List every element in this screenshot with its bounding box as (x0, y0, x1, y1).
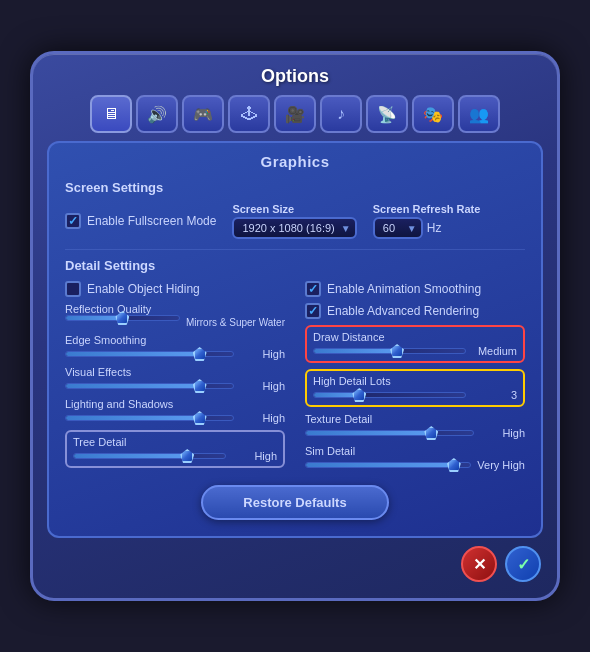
edge-smoothing-value: High (240, 348, 285, 360)
tree-detail-thumb[interactable] (180, 449, 194, 463)
visual-effects-value: High (240, 380, 285, 392)
high-detail-lots-highlighted: High Detail Lots 3 (305, 369, 525, 407)
draw-distance-fill (314, 349, 397, 353)
sim-detail-fill (306, 463, 454, 467)
tree-detail-slider-row: High (73, 450, 277, 462)
fullscreen-checkbox[interactable]: ✓ Enable Fullscreen Mode (65, 213, 216, 229)
sim-detail-item: Sim Detail Very High (305, 445, 525, 471)
high-detail-lots-thumb[interactable] (352, 388, 366, 402)
screen-size-group: Screen Size 1920 x 1080 (16:9) ▼ (232, 203, 356, 239)
tab-game[interactable]: 🎮 (182, 95, 224, 133)
animation-smoothing-checkmark: ✓ (305, 281, 321, 297)
edge-smoothing-fill (66, 352, 200, 356)
edge-smoothing-track[interactable] (65, 351, 234, 357)
high-detail-lots-label: High Detail Lots (313, 375, 517, 387)
animation-smoothing-checkbox[interactable]: ✓ Enable Animation Smoothing (305, 281, 525, 297)
sim-detail-track[interactable] (305, 462, 471, 468)
fullscreen-checkmark: ✓ (65, 213, 81, 229)
tree-detail-fill (74, 454, 187, 458)
options-window: Options 🖥 🔊 🎮 🕹 🎥 ♪ 📡 🎭 👥 Graphics Scree… (30, 51, 560, 601)
hz-unit: Hz (427, 221, 442, 235)
draw-distance-label: Draw Distance (313, 331, 517, 343)
tab-friends[interactable]: 👥 (458, 95, 500, 133)
visual-effects-item: Visual Effects High (65, 366, 285, 392)
lighting-shadows-slider-row: High (65, 412, 285, 424)
lighting-shadows-thumb[interactable] (193, 411, 207, 425)
advanced-rendering-label: Enable Advanced Rendering (327, 304, 479, 318)
draw-distance-item: Draw Distance Medium (313, 331, 517, 357)
draw-distance-track[interactable] (313, 348, 466, 354)
visual-effects-slider-row: High (65, 380, 285, 392)
edge-smoothing-label: Edge Smoothing (65, 334, 285, 346)
edge-smoothing-item: Edge Smoothing High (65, 334, 285, 360)
reflection-slider-track[interactable] (65, 315, 180, 321)
tab-controls[interactable]: 🕹 (228, 95, 270, 133)
sim-detail-value: Very High (477, 459, 525, 471)
tree-detail-label: Tree Detail (73, 436, 277, 448)
texture-detail-item: Texture Detail High (305, 413, 525, 439)
screen-settings-label: Screen Settings (65, 180, 525, 195)
tab-bar: 🖥 🔊 🎮 🕹 🎥 ♪ 📡 🎭 👥 (33, 95, 557, 141)
texture-detail-slider-row: High (305, 427, 525, 439)
dropdown-arrow-icon: ▼ (341, 223, 351, 234)
tree-detail-value: High (232, 450, 277, 462)
confirm-icon: ✓ (517, 555, 530, 574)
draw-distance-value: Medium (472, 345, 517, 357)
left-col: ✓ Enable Object Hiding Reflection Qualit… (65, 281, 285, 471)
screen-size-label: Screen Size (232, 203, 356, 215)
screen-size-dropdown[interactable]: 1920 x 1080 (16:9) ▼ (232, 217, 356, 239)
high-detail-lots-track[interactable] (313, 392, 466, 398)
refresh-rate-dropdown[interactable]: 60 ▼ (373, 217, 423, 239)
tree-detail-highlighted: Tree Detail High (65, 430, 285, 468)
bottom-btn-row: Restore Defaults (65, 485, 525, 520)
tab-internet[interactable]: 📡 (366, 95, 408, 133)
lighting-shadows-label: Lighting and Shadows (65, 398, 285, 410)
lighting-shadows-fill (66, 416, 200, 420)
visual-effects-thumb[interactable] (193, 379, 207, 393)
visual-effects-label: Visual Effects (65, 366, 285, 378)
restore-defaults-button[interactable]: Restore Defaults (201, 485, 388, 520)
lighting-shadows-value: High (240, 412, 285, 424)
refresh-rate-label: Screen Refresh Rate (373, 203, 481, 215)
close-button[interactable]: ✕ (461, 546, 497, 582)
visual-effects-track[interactable] (65, 383, 234, 389)
window-title: Options (33, 54, 557, 95)
tab-social[interactable]: 🎭 (412, 95, 454, 133)
draw-distance-slider-row: Medium (313, 345, 517, 357)
tab-camera[interactable]: 🎥 (274, 95, 316, 133)
detail-settings-grid: ✓ Enable Object Hiding Reflection Qualit… (65, 281, 525, 471)
edge-smoothing-slider-row: High (65, 348, 285, 360)
tab-music[interactable]: ♪ (320, 95, 362, 133)
section-title: Graphics (65, 153, 525, 170)
fullscreen-label: Enable Fullscreen Mode (87, 214, 216, 228)
object-hiding-checkbox[interactable]: ✓ Enable Object Hiding (65, 281, 285, 297)
texture-detail-track[interactable] (305, 430, 474, 436)
refresh-rate-group: Screen Refresh Rate 60 ▼ Hz (373, 203, 481, 239)
animation-smoothing-label: Enable Animation Smoothing (327, 282, 481, 296)
tab-graphics[interactable]: 🖥 (90, 95, 132, 133)
tab-audio[interactable]: 🔊 (136, 95, 178, 133)
advanced-rendering-checkbox[interactable]: ✓ Enable Advanced Rendering (305, 303, 525, 319)
reflection-slider-row (65, 315, 180, 321)
texture-detail-value: High (480, 427, 525, 439)
corner-buttons: ✕ ✓ (33, 538, 557, 582)
draw-distance-thumb[interactable] (390, 344, 404, 358)
lighting-shadows-track[interactable] (65, 415, 234, 421)
advanced-rendering-checkmark: ✓ (305, 303, 321, 319)
tree-detail-track[interactable] (73, 453, 226, 459)
texture-detail-thumb[interactable] (424, 426, 438, 440)
sim-detail-thumb[interactable] (447, 458, 461, 472)
object-hiding-label: Enable Object Hiding (87, 282, 200, 296)
tree-detail-item: Tree Detail High (73, 436, 277, 462)
high-detail-lots-value: 3 (472, 389, 517, 401)
detail-settings-label: Detail Settings (65, 258, 525, 273)
close-icon: ✕ (473, 555, 486, 574)
divider-1 (65, 249, 525, 250)
confirm-button[interactable]: ✓ (505, 546, 541, 582)
edge-smoothing-thumb[interactable] (193, 347, 207, 361)
screen-settings-row: ✓ Enable Fullscreen Mode Screen Size 192… (65, 203, 525, 239)
high-detail-lots-slider-row: 3 (313, 389, 517, 401)
sim-detail-label: Sim Detail (305, 445, 525, 457)
reflection-sublabel: Mirrors & Super Water (186, 317, 285, 328)
object-hiding-checkmark: ✓ (65, 281, 81, 297)
